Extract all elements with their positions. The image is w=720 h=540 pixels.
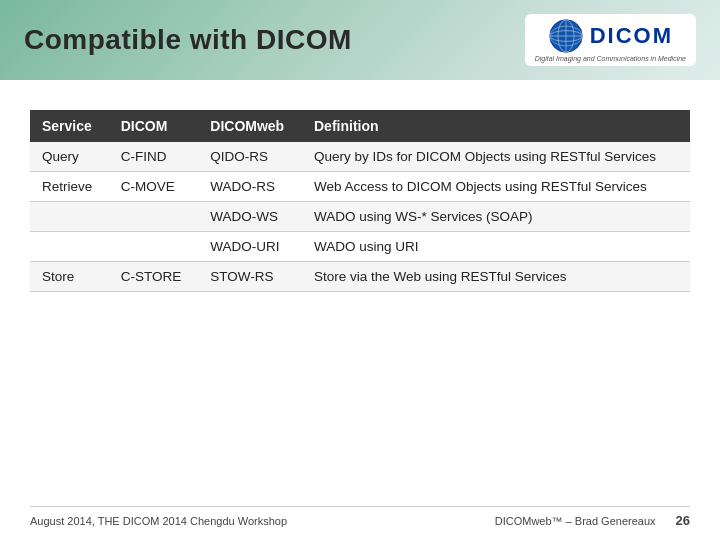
cell-service: Store: [30, 262, 109, 292]
cell-service: Query: [30, 142, 109, 172]
cell-service: [30, 202, 109, 232]
cell-dicom: C-FIND: [109, 142, 199, 172]
cell-definition: WADO using WS-* Services (SOAP): [302, 202, 690, 232]
footer-right: DICOMweb™ – Brad Genereaux 26: [495, 513, 690, 528]
slide-footer: August 2014, THE DICOM 2014 Chengdu Work…: [30, 506, 690, 528]
slide-header: Compatible with DICOM DICOM Digital Imag…: [0, 0, 720, 80]
col-dicom: DICOM: [109, 110, 199, 142]
cell-dicom: C-MOVE: [109, 172, 199, 202]
cell-dicom: [109, 232, 199, 262]
dicom-logo-subtitle: Digital Imaging and Communications in Me…: [535, 55, 686, 62]
table-row: WADO-URIWADO using URI: [30, 232, 690, 262]
globe-icon: [548, 18, 584, 54]
slide-content: Service DICOM DICOMweb Definition QueryC…: [0, 80, 720, 302]
cell-service: [30, 232, 109, 262]
table-row: QueryC-FINDQIDO-RSQuery by IDs for DICOM…: [30, 142, 690, 172]
table-row: StoreC-STORESTOW-RSStore via the Web usi…: [30, 262, 690, 292]
col-definition: Definition: [302, 110, 690, 142]
cell-dicomweb: WADO-WS: [198, 202, 302, 232]
cell-dicom: C-STORE: [109, 262, 199, 292]
table-header-row: Service DICOM DICOMweb Definition: [30, 110, 690, 142]
compatibility-table: Service DICOM DICOMweb Definition QueryC…: [30, 110, 690, 292]
cell-dicomweb: WADO-RS: [198, 172, 302, 202]
col-service: Service: [30, 110, 109, 142]
cell-service: Retrieve: [30, 172, 109, 202]
cell-definition: WADO using URI: [302, 232, 690, 262]
cell-dicomweb: WADO-URI: [198, 232, 302, 262]
table-row: WADO-WSWADO using WS-* Services (SOAP): [30, 202, 690, 232]
table-row: RetrieveC-MOVEWADO-RSWeb Access to DICOM…: [30, 172, 690, 202]
cell-definition: Web Access to DICOM Objects using RESTfu…: [302, 172, 690, 202]
footer-brand: DICOMweb™ – Brad Genereaux: [495, 515, 656, 527]
cell-dicomweb: QIDO-RS: [198, 142, 302, 172]
footer-page: 26: [676, 513, 690, 528]
cell-definition: Store via the Web using RESTful Services: [302, 262, 690, 292]
dicom-logo-text: DICOM: [590, 23, 673, 49]
cell-definition: Query by IDs for DICOM Objects using RES…: [302, 142, 690, 172]
slide-title: Compatible with DICOM: [24, 24, 352, 56]
col-dicomweb: DICOMweb: [198, 110, 302, 142]
dicom-logo: DICOM Digital Imaging and Communications…: [525, 14, 696, 66]
cell-dicom: [109, 202, 199, 232]
footer-left: August 2014, THE DICOM 2014 Chengdu Work…: [30, 515, 287, 527]
dicom-logo-top: DICOM: [548, 18, 673, 54]
cell-dicomweb: STOW-RS: [198, 262, 302, 292]
